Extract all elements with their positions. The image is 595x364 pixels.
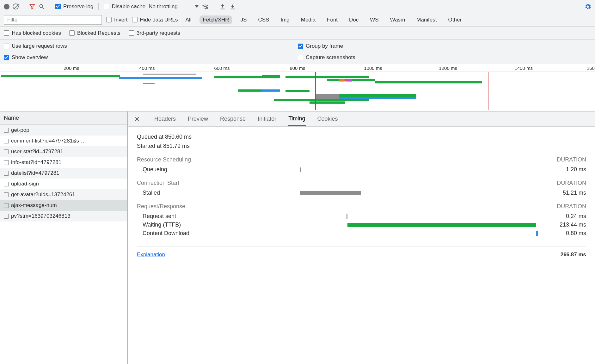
filter-icon[interactable] (29, 3, 35, 10)
request-list-header[interactable]: Name (0, 112, 127, 125)
throttling-select[interactable]: No throttling (149, 3, 178, 10)
request-row[interactable]: datelist?id=4797281 (0, 168, 127, 179)
resource-type-other[interactable]: Other (445, 15, 465, 24)
third-party-label: 3rd-party requests (137, 30, 180, 36)
resource-type-js[interactable]: JS (237, 15, 250, 24)
hide-data-urls-checkbox[interactable]: Hide data URLs (132, 17, 178, 23)
filter-input[interactable] (4, 15, 102, 25)
stalled-value: 51.21 ms (545, 190, 586, 196)
overview-tick: 1400 ms (514, 65, 533, 71)
request-type-icon (4, 160, 9, 165)
clear-icon[interactable] (13, 3, 19, 9)
details-tab-response[interactable]: Response (219, 112, 246, 125)
request-type-icon (4, 182, 9, 186)
request-row[interactable]: ajax-message-num (0, 200, 127, 211)
throttling-chevron-down-icon[interactable] (195, 5, 199, 8)
request-type-icon (4, 192, 9, 197)
waiting-value: 213.44 ms (545, 221, 586, 228)
overview-tick: 200 ms (64, 65, 79, 71)
request-list-body: get-popcomment-list?id=4797281&s…user-st… (0, 125, 127, 221)
resource-type-manifest[interactable]: Manifest (413, 15, 440, 24)
overview-tick: 400 ms (139, 65, 155, 71)
upload-icon[interactable] (219, 3, 226, 10)
request-name: pv?stm=1639703246813 (11, 213, 71, 219)
invert-label: Invert (114, 17, 128, 23)
record-icon[interactable] (4, 4, 9, 9)
blocked-requests-label: Blocked Requests (77, 30, 120, 36)
group-by-frame-checkbox[interactable]: Group by frame (298, 43, 355, 49)
request-list: Name get-popcomment-list?id=4797281&s…us… (0, 112, 128, 364)
request-sent-label: Request sent (137, 213, 222, 220)
content-download-value: 0.80 ms (545, 230, 586, 237)
resource-type-fetchxhr[interactable]: Fetch/XHR (199, 15, 232, 24)
resource-scheduling-header: Resource Scheduling (137, 156, 191, 163)
invert-checkbox[interactable]: Invert (106, 17, 128, 23)
network-conditions-icon[interactable] (202, 3, 209, 10)
show-overview-checkbox[interactable]: Show overview (4, 54, 298, 61)
details-tab-headers[interactable]: Headers (154, 112, 176, 125)
total-duration: 266.87 ms (561, 252, 586, 258)
gear-icon[interactable] (584, 3, 591, 10)
request-row[interactable]: comment-list?id=4797281&s… (0, 136, 127, 146)
preserve-log-checkbox[interactable]: Preserve log (55, 3, 93, 10)
request-name: datelist?id=4797281 (11, 170, 59, 176)
details-tab-preview[interactable]: Preview (187, 112, 209, 125)
request-name: comment-list?id=4797281&s… (11, 138, 84, 144)
close-icon[interactable]: ✕ (134, 115, 140, 123)
resource-type-ws[interactable]: WS (367, 15, 382, 24)
timing-body: Queued at 850.60 ms Started at 851.79 ms… (128, 127, 595, 364)
request-name: upload-sign (11, 181, 39, 187)
search-icon[interactable] (39, 3, 45, 10)
overview-tick: 600 ms (214, 65, 230, 71)
network-options-row: Use large request rows Show overview Gro… (0, 40, 595, 64)
request-row[interactable]: info-stat?id=4797281 (0, 157, 127, 168)
request-response-header: Request/Response (137, 203, 185, 210)
resource-type-img[interactable]: Img (277, 15, 292, 24)
overview-ticks: 200 ms400 ms600 ms800 ms1000 ms1200 ms14… (0, 64, 595, 72)
network-main: Name get-popcomment-list?id=4797281&s…us… (0, 112, 595, 364)
request-row[interactable]: user-stat?id=4797281 (0, 146, 127, 157)
third-party-checkbox[interactable]: 3rd-party requests (129, 30, 180, 36)
capture-screenshots-label: Capture screenshots (306, 54, 355, 61)
resource-type-media[interactable]: Media (298, 15, 319, 24)
large-rows-label: Use large request rows (12, 43, 67, 49)
network-overview[interactable]: 200 ms400 ms600 ms800 ms1000 ms1200 ms14… (0, 64, 595, 112)
request-row[interactable]: pv?stm=1639703246813 (0, 211, 127, 221)
details-panel: ✕ HeadersPreviewResponseInitiatorTimingC… (128, 112, 595, 364)
request-row[interactable]: get-pop (0, 125, 127, 136)
connection-start-header: Connection Start (137, 180, 179, 186)
duration-header: DURATION (557, 203, 586, 210)
has-blocked-cookies-checkbox[interactable]: Has blocked cookies (4, 30, 61, 36)
duration-header: DURATION (557, 156, 586, 163)
disable-cache-label: Disable cache (112, 3, 145, 10)
network-toolbar: Preserve log Disable cache No throttling (0, 0, 595, 13)
resource-type-font[interactable]: Font (324, 15, 341, 24)
resource-type-doc[interactable]: Doc (346, 15, 362, 24)
large-rows-checkbox[interactable]: Use large request rows (4, 43, 298, 49)
request-row[interactable]: get-avatar?uids=13724261 (0, 189, 127, 200)
details-tab-timing[interactable]: Timing (288, 112, 306, 126)
details-tab-cookies[interactable]: Cookies (317, 112, 339, 125)
explanation-link[interactable]: Explanation (137, 252, 165, 258)
capture-screenshots-checkbox[interactable]: Capture screenshots (298, 54, 355, 61)
request-row[interactable]: upload-sign (0, 179, 127, 189)
disable-cache-checkbox[interactable]: Disable cache (104, 3, 145, 10)
download-icon[interactable] (229, 3, 236, 10)
request-sent-value: 0.24 ms (545, 213, 586, 220)
queued-at-text: Queued at 850.60 ms (137, 134, 586, 140)
resource-type-wasm[interactable]: Wasm (387, 15, 408, 24)
hide-data-urls-label: Hide data URLs (140, 17, 178, 23)
started-at-text: Started at 851.79 ms (137, 143, 586, 149)
timing-row-request-sent: Request sent 0.24 ms (137, 213, 586, 220)
divider (137, 246, 586, 246)
duration-header: DURATION (557, 180, 586, 186)
timing-row-waiting: Waiting (TTFB) 213.44 ms (137, 221, 586, 228)
resource-type-css[interactable]: CSS (255, 15, 272, 24)
resource-type-all[interactable]: All (182, 15, 195, 24)
request-type-icon (4, 139, 9, 143)
blocked-requests-checkbox[interactable]: Blocked Requests (69, 30, 120, 36)
details-tab-initiator[interactable]: Initiator (257, 112, 277, 125)
has-blocked-cookies-label: Has blocked cookies (12, 30, 61, 36)
separator (214, 3, 214, 10)
svg-rect-4 (220, 9, 224, 9)
